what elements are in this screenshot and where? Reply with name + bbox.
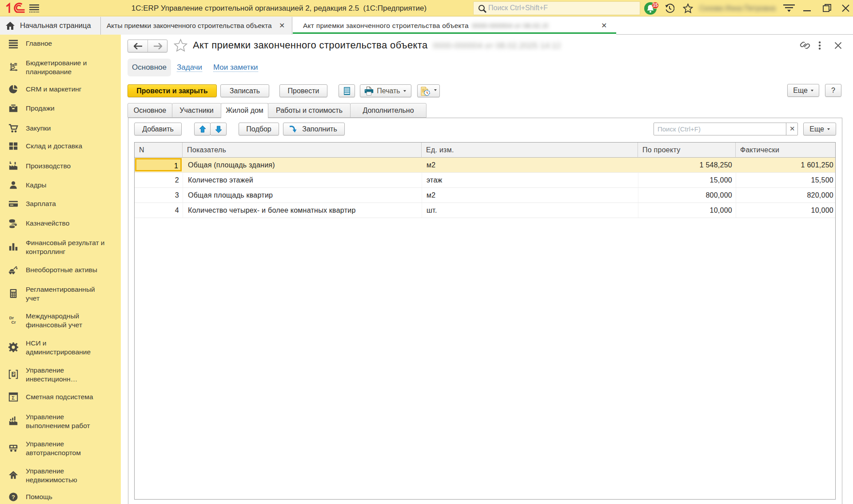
svg-text:Cr: Cr [11,320,16,325]
svg-text:Dr: Dr [9,316,14,320]
svg-text:15: 15 [653,3,658,8]
svg-text:₽: ₽ [12,372,15,377]
svg-text:?: ? [12,494,15,500]
svg-text:Σ: Σ [12,395,15,401]
